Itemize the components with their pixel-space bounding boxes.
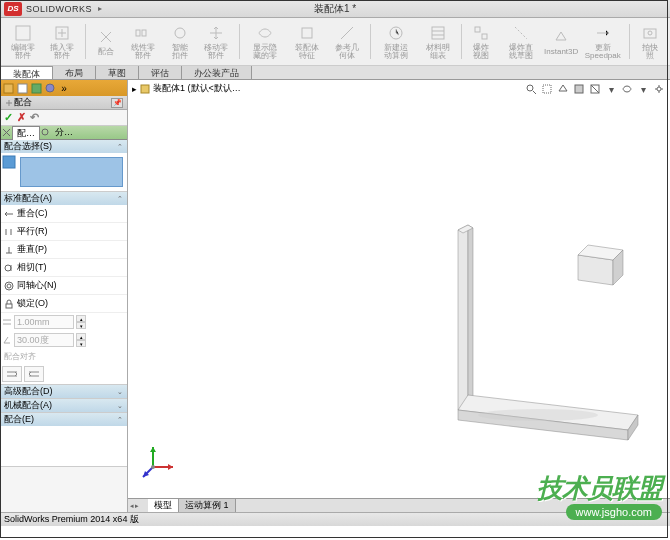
ribbon-toolbar: 编辑零部件 插入零部件 配合 线性零部件 智能扣件 移动零部件 显示隐藏的零 装…	[0, 18, 670, 66]
zoom-area-icon[interactable]	[540, 82, 554, 96]
zoom-fit-icon[interactable]	[524, 82, 538, 96]
ribbon-smart-fastener[interactable]: 智能扣件	[163, 20, 195, 63]
svg-point-23	[527, 85, 533, 91]
chevron-up-icon: ⌃	[117, 143, 123, 151]
mate-perpendicular[interactable]: 垂直(P)	[0, 241, 127, 259]
mate-lock[interactable]: 锁定(O)	[0, 295, 127, 313]
bottom-tab-model[interactable]: 模型	[148, 499, 179, 512]
ribbon-instant3d[interactable]: Instant3D	[544, 20, 578, 63]
align-opposite-button[interactable]	[24, 366, 44, 382]
tab-prev-icon[interactable]: ◂	[130, 502, 134, 510]
section-standard-mates[interactable]: 标准配合(A) ⌃	[0, 192, 127, 205]
dropdown-arrow-icon[interactable]: ▸	[98, 4, 102, 13]
mate-coincident[interactable]: 重合(C)	[0, 205, 127, 223]
pushpin-icon[interactable]: 📌	[111, 98, 123, 108]
ribbon-move-component[interactable]: 移动零部件	[198, 20, 236, 63]
svg-point-18	[5, 265, 11, 271]
tab-sketch[interactable]: 草图	[96, 66, 139, 79]
spin-down[interactable]: ▾	[76, 322, 86, 329]
ribbon-bom[interactable]: 材料明细表	[419, 20, 457, 63]
tab-evaluate[interactable]: 评估	[139, 66, 182, 79]
feature-breadcrumb[interactable]: ▸ 装配体1 (默认<默认…	[132, 82, 241, 95]
chevron-up-icon: ⌃	[117, 195, 123, 203]
ribbon-exploded-view[interactable]: 爆炸视图	[465, 20, 497, 63]
3d-model	[438, 210, 638, 450]
viewport-toolbar: ▾ ▾	[524, 82, 666, 96]
section-mates-list[interactable]: 配合(E) ⌃	[0, 413, 127, 426]
svg-rect-14	[32, 84, 41, 93]
display-manager-icon[interactable]	[44, 82, 56, 94]
mate-tangent[interactable]: 相切(T)	[0, 259, 127, 277]
ribbon-linear-pattern[interactable]: 线性零部件	[124, 20, 162, 63]
pm-tab-analysis[interactable]: 分…	[51, 126, 77, 139]
align-same-button[interactable]	[2, 366, 22, 382]
mates-list[interactable]	[0, 426, 127, 466]
svg-point-19	[5, 282, 13, 290]
section-mate-selection[interactable]: 配合选择(S) ⌃	[0, 140, 127, 153]
section-advanced-mates[interactable]: 高级配合(D) ⌄	[0, 385, 127, 398]
tab-next-icon[interactable]: ▸	[135, 502, 139, 510]
svg-rect-9	[482, 34, 487, 39]
cancel-button[interactable]: ✗	[17, 111, 26, 124]
settings-icon[interactable]	[652, 82, 666, 96]
ribbon-mate[interactable]: 配合	[90, 20, 122, 63]
mate-concentric[interactable]: 同轴心(N)	[0, 277, 127, 295]
app-logo: DS	[4, 2, 22, 16]
ribbon-speedpak[interactable]: 更新Speedpak	[580, 20, 625, 63]
ribbon-snapshot[interactable]: 拍快照	[634, 20, 666, 63]
view-orientation-icon[interactable]	[556, 82, 570, 96]
ribbon-reference-geometry[interactable]: 参考几何体	[328, 20, 366, 63]
more-icon[interactable]: »	[58, 82, 70, 94]
appearance-icon[interactable]: ▾	[636, 82, 650, 96]
svg-rect-7	[432, 27, 444, 39]
svg-rect-17	[3, 156, 15, 168]
view-triad[interactable]	[138, 442, 178, 482]
bottom-tab-motion[interactable]: 运动算例 1	[179, 499, 236, 512]
mate-symbol-icon	[4, 98, 14, 108]
svg-rect-5	[302, 28, 312, 38]
config-manager-icon[interactable]	[30, 82, 42, 94]
scene-icon[interactable]: ▾	[604, 82, 618, 96]
ribbon-motion-study[interactable]: 新建运动算例	[374, 20, 417, 63]
pm-tabs: 配… 分…	[0, 126, 127, 140]
tab-office[interactable]: 办公装产品	[182, 66, 252, 79]
ribbon-show-hidden[interactable]: 显示隐藏的零	[244, 20, 287, 63]
svg-rect-8	[475, 27, 480, 32]
pm-tab-mate[interactable]: 配…	[12, 126, 40, 140]
distance-field[interactable]	[14, 315, 74, 329]
ribbon-insert-component[interactable]: 插入零部件	[44, 20, 82, 63]
spin-up[interactable]: ▴	[76, 315, 86, 322]
ribbon-explode-line[interactable]: 爆炸直线草图	[500, 20, 543, 63]
property-manager-icon[interactable]	[16, 82, 28, 94]
watermark: 技术员联盟 www.jsgho.com	[537, 471, 662, 520]
ribbon-assembly-features[interactable]: 装配体特征	[289, 20, 327, 63]
selection-list[interactable]	[20, 157, 123, 187]
svg-point-4	[175, 28, 185, 38]
feature-tree-icon[interactable]	[2, 82, 14, 94]
display-style-icon[interactable]	[572, 82, 586, 96]
hide-show-icon[interactable]	[620, 82, 634, 96]
tree-expand-icon[interactable]: ▸	[132, 84, 137, 94]
tab-assembly[interactable]: 装配体	[0, 66, 53, 79]
chevron-up-icon: ⌃	[117, 416, 123, 424]
chevron-down-icon: ⌄	[117, 402, 123, 410]
spin-up[interactable]: ▴	[76, 333, 86, 340]
ribbon-edit-component[interactable]: 编辑零部件	[4, 20, 42, 63]
tab-layout[interactable]: 布局	[53, 66, 96, 79]
section-mechanical-mates[interactable]: 机械配合(A) ⌄	[0, 399, 127, 412]
entity-selector-icon[interactable]	[2, 155, 16, 169]
undo-button[interactable]: ↶	[30, 111, 39, 124]
command-tabs: 装配体 布局 草图 评估 办公装产品	[0, 66, 670, 80]
mate-icon	[2, 128, 11, 137]
svg-point-11	[648, 31, 652, 35]
svg-rect-22	[141, 85, 149, 93]
section-view-icon[interactable]	[588, 82, 602, 96]
spin-down[interactable]: ▾	[76, 340, 86, 347]
ok-button[interactable]: ✓	[4, 111, 13, 124]
assembly-icon	[140, 84, 150, 94]
angle-icon	[2, 335, 12, 345]
chevron-down-icon: ⌄	[117, 388, 123, 396]
graphics-viewport[interactable]: ▸ 装配体1 (默认<默认… ▾ ▾	[128, 80, 670, 512]
angle-field[interactable]	[14, 333, 74, 347]
mate-parallel[interactable]: 平行(R)	[0, 223, 127, 241]
